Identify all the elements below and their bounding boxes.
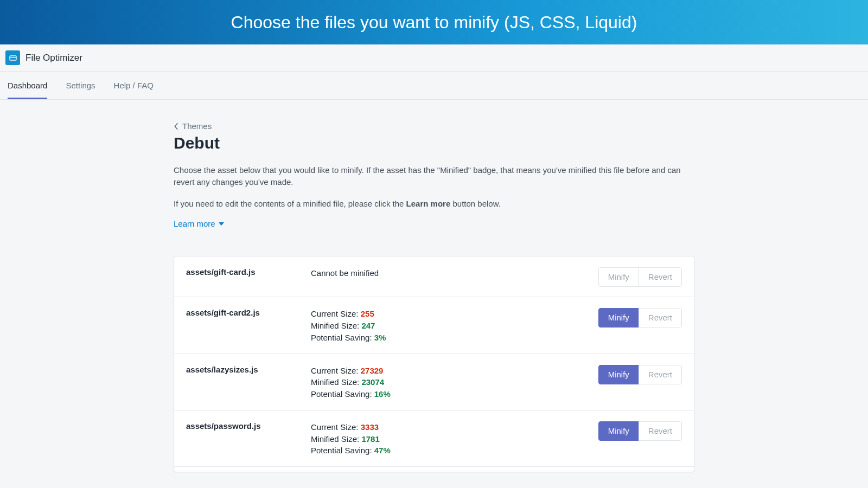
asset-info: Current Size: 3333Minified Size: 1781Pot… xyxy=(311,421,563,457)
asset-info: Cannot be minified xyxy=(311,267,563,279)
revert-button: Revert xyxy=(639,267,682,287)
app-logo-icon xyxy=(5,50,20,65)
tab-bar: Dashboard Settings Help / FAQ xyxy=(0,72,868,100)
minify-button[interactable]: Minify xyxy=(598,421,639,441)
caret-down-icon xyxy=(219,222,224,226)
breadcrumb-label: Themes xyxy=(182,121,212,131)
breadcrumb-back[interactable]: Themes xyxy=(174,121,212,131)
asset-filename: assets/password.js xyxy=(186,421,311,431)
learn-more-link[interactable]: Learn more xyxy=(174,219,224,228)
revert-button: Revert xyxy=(639,365,682,384)
learn-more-label: Learn more xyxy=(174,219,215,228)
tab-dashboard[interactable]: Dashboard xyxy=(8,72,47,99)
svg-rect-0 xyxy=(10,56,16,60)
page-content: Themes Debut Choose the asset below that… xyxy=(174,100,694,472)
asset-row: assets/gift-card2.jsCurrent Size: 255Min… xyxy=(174,297,694,353)
chevron-left-icon xyxy=(174,123,179,130)
asset-filename: assets/gift-card2.js xyxy=(186,308,311,317)
asset-row xyxy=(174,466,694,472)
minify-button: Minify xyxy=(598,267,639,287)
asset-list: assets/gift-card.jsCannot be minifiedMin… xyxy=(174,256,694,472)
asset-filename: assets/lazysizes.js xyxy=(186,365,311,374)
promo-banner: Choose the files you want to minify (JS,… xyxy=(0,0,868,44)
description-2: If you need to edit the contents of a mi… xyxy=(174,198,684,210)
asset-actions: MinifyRevert xyxy=(563,365,682,384)
asset-info: Current Size: 255Minified Size: 247Poten… xyxy=(311,308,563,343)
description-1: Choose the asset below that you would li… xyxy=(174,164,684,188)
promo-banner-text: Choose the files you want to minify (JS,… xyxy=(231,12,637,33)
asset-actions: MinifyRevert xyxy=(563,308,682,328)
asset-row: assets/gift-card.jsCannot be minifiedMin… xyxy=(174,256,694,297)
tab-settings[interactable]: Settings xyxy=(66,72,95,99)
app-bar: File Optimizer xyxy=(0,44,868,72)
asset-row: assets/password.jsCurrent Size: 3333Mini… xyxy=(174,410,694,466)
asset-actions: MinifyRevert xyxy=(563,421,682,441)
asset-info: Current Size: 27329Minified Size: 23074P… xyxy=(311,365,563,400)
minify-button[interactable]: Minify xyxy=(598,308,639,328)
app-title: File Optimizer xyxy=(25,53,82,63)
tab-help-faq[interactable]: Help / FAQ xyxy=(114,72,154,99)
asset-filename: assets/gift-card.js xyxy=(186,267,311,277)
revert-button: Revert xyxy=(639,308,682,328)
page-title: Debut xyxy=(174,134,694,152)
revert-button: Revert xyxy=(639,421,682,441)
asset-actions: MinifyRevert xyxy=(563,267,682,287)
asset-row: assets/lazysizes.jsCurrent Size: 27329Mi… xyxy=(174,354,694,410)
minify-button[interactable]: Minify xyxy=(598,365,639,384)
